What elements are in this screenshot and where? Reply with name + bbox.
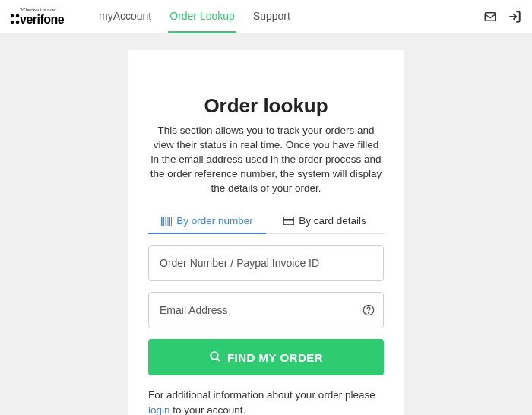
help-icon[interactable]: [363, 304, 375, 316]
svg-rect-8: [166, 217, 167, 226]
svg-rect-9: [168, 217, 169, 226]
footnote: For additional information about your or…: [148, 388, 384, 415]
svg-line-17: [217, 358, 220, 361]
login-icon[interactable]: [508, 10, 521, 24]
card-icon: [283, 217, 294, 225]
nav-myaccount[interactable]: myAccount: [97, 0, 153, 33]
barcode-icon: [161, 217, 172, 226]
svg-rect-13: [283, 219, 294, 221]
svg-point-2: [11, 20, 14, 24]
lookup-tabs: By order number By card details: [148, 209, 384, 234]
svg-point-1: [16, 14, 20, 17]
nav-order-lookup[interactable]: Order Lookup: [168, 0, 236, 33]
svg-point-0: [11, 14, 14, 17]
svg-rect-6: [161, 217, 163, 226]
svg-rect-11: [171, 217, 172, 226]
brand-logo: 2Checkout is now verifone: [9, 5, 84, 28]
svg-point-3: [16, 20, 20, 24]
order-number-input[interactable]: [148, 245, 384, 281]
tab-by-order-label: By order number: [176, 215, 253, 227]
svg-rect-7: [163, 217, 164, 226]
search-icon: [209, 350, 221, 365]
svg-rect-4: [485, 12, 496, 21]
nav-support[interactable]: Support: [252, 0, 292, 33]
main: Order lookup This section allows you to …: [0, 33, 532, 415]
order-number-field: [148, 245, 384, 281]
page-description: This section allows you to track your or…: [148, 124, 384, 195]
nav: myAccount Order Lookup Support: [97, 0, 292, 33]
find-my-order-label: Find my order: [227, 351, 323, 364]
order-lookup-card: Order lookup This section allows you to …: [128, 50, 404, 415]
footnote-prefix: For additional information about your or…: [148, 389, 375, 401]
inbox-icon[interactable]: [483, 10, 497, 24]
brand-prefix: 2Checkout is now: [20, 8, 56, 12]
svg-point-15: [368, 313, 369, 314]
footnote-suffix: to your account.: [170, 404, 246, 415]
email-field: [148, 292, 384, 328]
tab-by-order-number[interactable]: By order number: [148, 209, 266, 234]
page-title: Order lookup: [148, 94, 384, 118]
tab-by-card-details[interactable]: By card details: [266, 209, 384, 234]
svg-point-16: [211, 352, 217, 359]
email-input[interactable]: [148, 292, 384, 328]
svg-rect-10: [169, 217, 170, 226]
find-my-order-button[interactable]: Find my order: [148, 339, 384, 375]
brand-name: verifone: [20, 13, 65, 26]
login-link[interactable]: login: [148, 404, 170, 415]
tab-by-card-label: By card details: [299, 215, 366, 227]
topbar: 2Checkout is now verifone myAccount Orde…: [0, 0, 532, 33]
